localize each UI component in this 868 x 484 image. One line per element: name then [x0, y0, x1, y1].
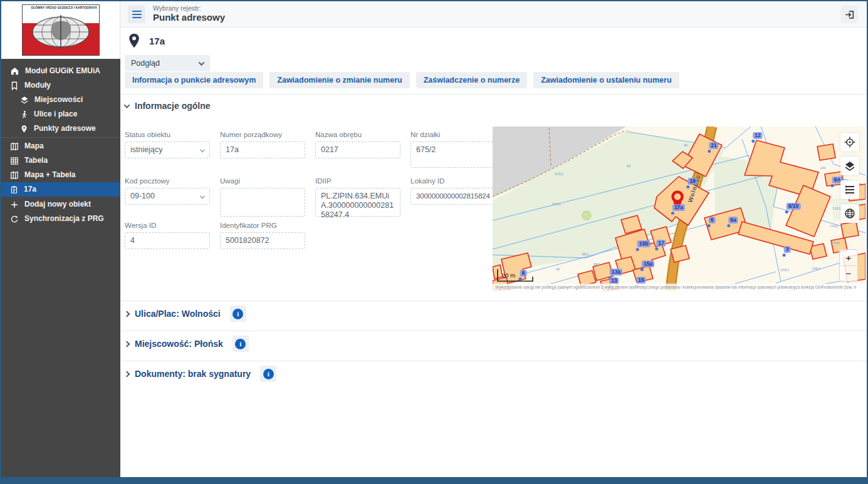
sidebar-item-tabela[interactable]: Tabela: [1, 153, 120, 168]
section-title: Dokumenty: brak sygnatury: [135, 369, 251, 379]
sync-icon: [10, 215, 19, 224]
field-label: Nr działki: [410, 131, 496, 138]
idiip-input[interactable]: PL.ZIPIN.634.EMUiA.30000000000028158247.…: [315, 188, 400, 217]
mode-select[interactable]: Podgląd: [125, 55, 210, 71]
numer-porzadkowy-input[interactable]: 17a: [220, 142, 305, 158]
sidebar-item-punkty-adresowe[interactable]: Punkty adresowe: [1, 121, 120, 136]
logout-button[interactable]: [840, 6, 858, 23]
logo-title: GŁÓWNY URZĄD GEODEZJI I KARTOGRAFII: [31, 5, 90, 9]
zoom-in-button[interactable]: +: [840, 250, 857, 266]
info-button[interactable]: i: [230, 306, 246, 322]
mode-select-value: Podgląd: [131, 59, 160, 68]
map-base-layer: Wolności: [493, 126, 865, 291]
sidebar-item-ulice-i-place[interactable]: Ulice i place: [1, 107, 120, 121]
plus-icon: [10, 200, 19, 209]
bottom-bar: [1, 477, 867, 483]
lokalny-id-input[interactable]: 30000000000028158247: [410, 188, 496, 205]
sidebar-item-label: Tabela: [24, 153, 48, 168]
sidebar-item-mapa-tabela[interactable]: Mapa + Tabela: [1, 168, 120, 182]
field-nr-dzialki: Nr działki 675/2: [410, 131, 496, 168]
identyfikator-prg-input[interactable]: 5001820872: [220, 232, 305, 249]
number-change-notice-button[interactable]: Zawiadomienie o zmianie numeru: [269, 72, 409, 88]
uwagi-input[interactable]: [220, 188, 305, 217]
address-point-icon: [127, 33, 142, 49]
home-icon: [10, 66, 19, 76]
globe-icon: [844, 208, 855, 219]
info-icon: i: [263, 369, 274, 379]
field-numer-porzadkowy: Numer porządkowy 17a: [220, 131, 305, 158]
divider: [120, 301, 867, 301]
scale-label: 20 m: [502, 272, 515, 279]
sidebar-item-moduly[interactable]: Moduły: [1, 78, 120, 93]
section-title: Informacje ogólne: [135, 101, 211, 111]
layers-button[interactable]: [840, 157, 859, 175]
chevron-right-icon: [124, 341, 130, 347]
menu-toggle-button[interactable]: [128, 6, 145, 23]
sidebar-item-label: Mapa + Tabela: [24, 168, 75, 182]
action-buttons: Informacja o punkcie adresowym Zawiadomi…: [125, 72, 679, 88]
sidebar-item-label: Synchronizacja z PRG: [24, 212, 104, 226]
address-point-info-button[interactable]: Informacja o punkcie adresowym: [125, 72, 263, 88]
chevron-down-icon: [200, 147, 205, 152]
detail-panel: 17a Podgląd Informacja o punkcie adresow…: [120, 28, 867, 477]
register-label: Wybrany rejestr:: [153, 4, 201, 12]
field-label: IDIIP: [315, 177, 400, 185]
field-label: Status obiektu: [125, 131, 210, 138]
divider: [120, 94, 867, 95]
sidebar-item-synchronizacja-z-prg[interactable]: Synchronizacja z PRG: [1, 212, 120, 226]
locate-icon: [844, 136, 855, 148]
sidebar-item-label: Miejscowości: [34, 93, 83, 107]
field-label: Kod pocztowy: [125, 177, 210, 185]
field-label: Nazwa obrębu: [315, 131, 400, 138]
sidebar-item-label: Dodaj nowy obiekt: [24, 197, 91, 212]
divider: [120, 331, 867, 331]
nr-dzialki-input[interactable]: 675/2: [410, 142, 496, 168]
field-lokalny-id: Lokalny ID 30000000000028158247: [410, 177, 496, 205]
chevron-right-icon: [124, 311, 130, 317]
field-wersja-id: Wersja ID 4: [125, 222, 210, 249]
kod-pocztowy-select[interactable]: 09-100: [125, 188, 210, 205]
clipboard-icon: [10, 185, 18, 194]
info-button[interactable]: i: [260, 366, 276, 382]
zoom-out-button[interactable]: −: [840, 266, 857, 282]
topbar: Wybrany rejestr: Punkt adresowy: [120, 1, 867, 28]
locate-button[interactable]: [840, 133, 859, 152]
sidebar-item-miejscowosci[interactable]: Miejscowości: [1, 93, 120, 107]
info-icon: i: [235, 339, 246, 349]
field-label: Identyfikator PRG: [220, 222, 305, 229]
sidebar-item-mapa[interactable]: Mapa: [1, 139, 120, 153]
register-name: Punkt adresowy: [153, 12, 225, 23]
legend-button[interactable]: [840, 180, 859, 199]
app-window: GŁÓWNY URZĄD GEODEZJI I KARTOGRAFII Modu…: [0, 0, 868, 484]
layers-icon: [20, 96, 29, 105]
info-button[interactable]: i: [233, 336, 249, 352]
bookmark-icon: [10, 81, 19, 90]
divider: [120, 361, 867, 361]
number-certificate-button[interactable]: Zaświadczenie o numerze: [416, 72, 528, 88]
sidebar-item-label: Ulice i place: [34, 107, 77, 121]
section-informacje-ogolne[interactable]: Informacje ogólne: [125, 98, 211, 114]
section-ulica-plac[interactable]: Ulica/Plac: Wolności i: [125, 306, 246, 322]
map-attribution: Wykorzystanie usługi nie podlega żadnym …: [493, 284, 865, 291]
layers-icon: [844, 160, 855, 172]
section-dokumenty[interactable]: Dokumenty: brak sygnatury i: [125, 366, 276, 382]
map-icon: [10, 171, 19, 180]
section-title: Miejscowość: Płońsk: [135, 339, 223, 349]
map-canvas[interactable]: Wolności 2112199A8/1066a315b1715a13a1315…: [493, 126, 865, 291]
sidebar-item-17a[interactable]: 17a: [1, 182, 120, 197]
status-obiektu-select[interactable]: istniejący: [125, 142, 210, 158]
nazwa-obrebu-input[interactable]: 0217: [315, 142, 400, 158]
basemap-button[interactable]: [840, 204, 859, 223]
number-assignment-notice-button[interactable]: Zawiadomienie o ustaleniu numeru: [533, 72, 679, 88]
field-label: Numer porządkowy: [220, 131, 305, 138]
sidebar-item-modul-gugik-emuia[interactable]: Moduł GUGiK EMUiA: [1, 64, 120, 78]
section-miejscowosc[interactable]: Miejscowość: Płońsk i: [125, 336, 249, 352]
section-title: Ulica/Plac: Wolności: [135, 309, 221, 319]
sidebar-item-dodaj-nowy-obiekt[interactable]: Dodaj nowy obiekt: [1, 197, 120, 212]
sidebar-item-label: Moduł GUGiK EMUiA: [25, 64, 100, 78]
field-identyfikator-prg: Identyfikator PRG 5001820872: [220, 222, 305, 249]
wersja-id-input[interactable]: 4: [125, 232, 210, 249]
field-nazwa-obrebu: Nazwa obrębu 0217: [315, 131, 400, 158]
pedestrian-icon: [20, 110, 28, 119]
scale-bar: 20 m: [496, 268, 540, 283]
